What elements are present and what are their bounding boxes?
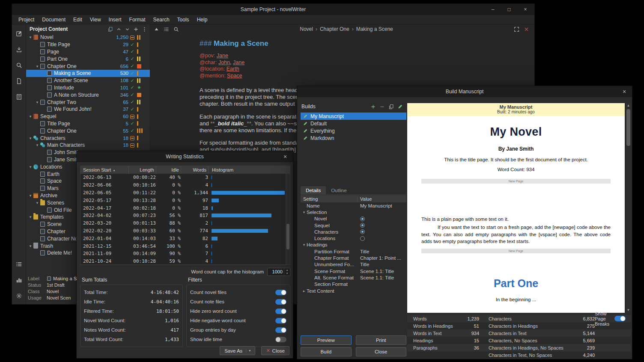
menu-search[interactable]: Search <box>149 15 173 24</box>
close-icon[interactable]: × <box>282 151 289 162</box>
expand-arrow-icon[interactable]: ▾ <box>28 136 33 140</box>
setting-row[interactable]: Partition FormatTitle <box>301 248 406 255</box>
remove-build-icon[interactable] <box>379 104 385 110</box>
tree-item[interactable]: A Note on Structure346✓ <box>26 91 150 98</box>
statistics-icon[interactable] <box>16 277 22 283</box>
viewer-search-icon[interactable] <box>173 27 179 32</box>
close-icon[interactable]: × <box>522 6 528 12</box>
setting-row[interactable]: ▾Selection <box>301 209 406 215</box>
add-build-icon[interactable] <box>370 104 376 110</box>
session-row[interactable]: 2022-04-0200:07:2356 %817 <box>80 212 290 220</box>
document-icon[interactable] <box>16 78 22 84</box>
setting-row[interactable]: Alt. Scene FormatScene 1.1: Title <box>301 274 406 281</box>
compose-icon[interactable] <box>16 30 22 37</box>
expand-arrow-icon[interactable]: ▾ <box>28 35 33 39</box>
setting-row[interactable]: Novel <box>301 216 406 222</box>
breadcrumb-item[interactable]: Making a Scene <box>355 26 394 32</box>
tree-item[interactable]: ▾Chapter One656✓ <box>26 62 150 70</box>
meta-value[interactable]: Space <box>227 73 242 79</box>
setting-row[interactable]: Chapter FormatChapter 1: Point ... <box>301 255 406 261</box>
filter-toggle[interactable] <box>275 290 286 295</box>
setting-row[interactable]: Scene FormatScene 1.1: Title <box>301 268 406 274</box>
column-session-start[interactable]: Session Start▴ <box>80 166 128 174</box>
settings-icon[interactable] <box>16 293 22 299</box>
tree-item[interactable]: We Found John!37✓ <box>26 106 150 113</box>
setting-row[interactable]: Section Format <box>301 281 406 288</box>
menu-document[interactable]: Document <box>38 15 69 24</box>
menu-edit[interactable]: Edit <box>69 15 86 24</box>
expand-arrow-icon[interactable]: ▾ <box>35 201 40 205</box>
breadcrumb-item[interactable]: Novel <box>299 26 314 32</box>
search-icon[interactable] <box>16 62 22 68</box>
expand-arrow-icon[interactable]: ▾ <box>28 193 33 198</box>
setting-row[interactable]: NameMy Manuscript <box>301 202 406 209</box>
scroll-top-icon[interactable] <box>154 27 159 32</box>
close-button[interactable]: ✕Close <box>261 346 289 355</box>
tree-item[interactable]: Another Scene108✓ <box>26 77 150 84</box>
session-row[interactable]: 2022-03-2000:01:1388 %2 <box>80 220 290 227</box>
build-item[interactable]: Default <box>301 120 406 127</box>
build-item[interactable]: My Manuscript <box>301 113 406 120</box>
column-histogram[interactable]: Histogram <box>208 166 290 174</box>
plus-icon[interactable] <box>133 27 139 32</box>
session-row[interactable]: 2021-10-2400:10:2859 %4 <box>80 258 290 264</box>
session-row[interactable]: 2022-01-0400:14:0333 %82 <box>80 234 290 242</box>
meta-value[interactable]: Jane <box>217 53 228 59</box>
collapse-arrow-icon[interactable]: ▾ <box>301 210 307 214</box>
outline-icon[interactable] <box>16 261 22 267</box>
spinner-buttons[interactable]: ▴▾ <box>284 268 290 275</box>
menu-project[interactable]: Project <box>15 15 38 24</box>
expand-arrow-icon[interactable]: ▾ <box>35 143 40 147</box>
setting-row[interactable]: Sequel <box>301 222 406 228</box>
menu-help[interactable]: Help <box>193 15 212 24</box>
filter-toggle[interactable] <box>275 327 286 333</box>
column-words[interactable]: Words <box>181 166 208 174</box>
tree-item[interactable]: ▾Chapter Two65✓ <box>26 98 150 106</box>
maximize-icon[interactable]: □ <box>506 6 512 12</box>
preview-button[interactable]: Preview <box>301 335 352 345</box>
tree-item[interactable]: Title Page29✓ <box>26 41 150 48</box>
filter-toggle[interactable] <box>275 299 286 305</box>
build-button[interactable]: Build <box>301 347 352 356</box>
edit-build-icon[interactable] <box>397 104 403 110</box>
notes-icon[interactable] <box>16 94 22 100</box>
session-row[interactable]: 2022-05-1700:13:280 %97 <box>80 196 290 204</box>
radio-selected-icon[interactable] <box>360 229 365 234</box>
tree-item[interactable]: Part One6✓ <box>26 55 150 62</box>
expand-arrow-icon[interactable]: ▾ <box>28 165 33 169</box>
expand-arrow-icon[interactable]: ▾ <box>28 244 33 248</box>
toc-icon[interactable] <box>164 27 169 32</box>
filter-toggle[interactable] <box>275 318 286 323</box>
save-as-button[interactable]: Save As▾ <box>220 346 255 355</box>
tree-item[interactable]: ▾Characters18 <box>26 134 150 142</box>
histogram-cap-input[interactable]: 1000 ▴▾ <box>267 268 290 276</box>
chevron-up-icon[interactable] <box>116 27 122 32</box>
tree-item[interactable]: Interlude101✓★ <box>26 84 150 92</box>
menu-view[interactable]: View <box>86 15 105 24</box>
build-item[interactable]: Everything <box>301 127 406 134</box>
radio-unselected-icon[interactable] <box>360 236 365 241</box>
expand-arrow-icon[interactable]: ▾ <box>35 100 40 104</box>
preview-scrollbar[interactable]: ▲ ▼ <box>625 103 631 313</box>
menu-insert[interactable]: Insert <box>105 15 125 24</box>
tree-item[interactable]: Page47✓ <box>26 48 150 56</box>
tree-item[interactable]: ▾Novel1,250 <box>26 34 150 41</box>
setting-row[interactable]: ▸Text Content <box>301 288 406 294</box>
radio-selected-icon[interactable] <box>360 223 365 228</box>
meta-value[interactable]: Earth <box>227 66 239 72</box>
expand-arrow-icon[interactable]: ▸ <box>301 289 307 293</box>
tree-item[interactable]: ▾Main Characters18 <box>26 142 150 149</box>
tree-item[interactable]: Making a Scene530✓ <box>26 70 150 77</box>
breadcrumb-item[interactable]: Chapter One <box>319 26 350 32</box>
tree-item[interactable]: ▾Sequel60 <box>26 113 150 120</box>
tree-item[interactable]: Chapter One55✓ <box>26 127 150 134</box>
meta-value[interactable]: Jane <box>233 59 244 65</box>
session-row[interactable]: 2021-11-0900:14:0990 %7 <box>80 250 290 258</box>
session-row[interactable]: 2022-02-2000:03:3360 %774 <box>80 227 290 235</box>
minimize-icon[interactable]: – <box>490 6 496 12</box>
scrollbar-thumb[interactable] <box>626 109 630 146</box>
dropdown-caret-icon[interactable]: ▾ <box>246 349 250 353</box>
tree-item[interactable]: Title Page5✓ <box>26 120 150 128</box>
setting-row[interactable]: Locations <box>301 235 406 241</box>
menu-format[interactable]: Format <box>125 15 149 24</box>
